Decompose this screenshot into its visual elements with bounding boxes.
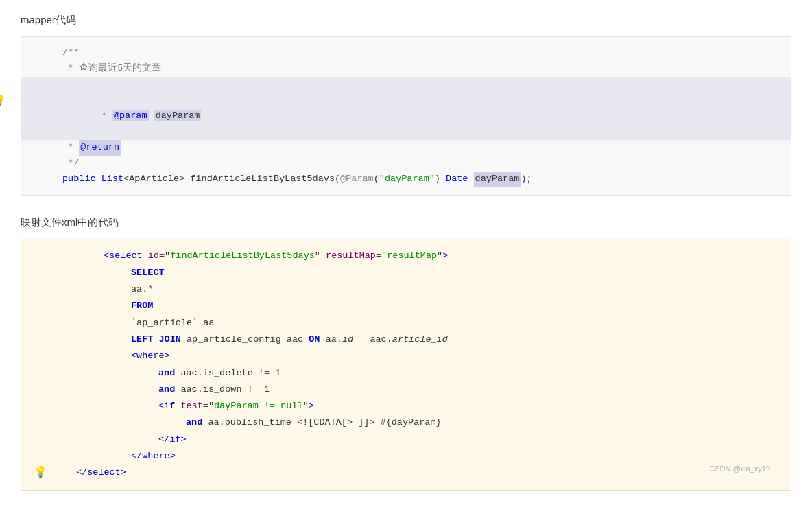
xml-if-close-bracket: > bbox=[309, 398, 314, 414]
sql-select: SELECT bbox=[131, 265, 165, 281]
sql-left: LEFT JOIN bbox=[131, 331, 181, 348]
code-line-param: 💡 * @param dayParam bbox=[21, 77, 791, 140]
code-line: * @return bbox=[62, 140, 777, 156]
code-line: /** bbox=[62, 45, 777, 61]
xml-if-open: <if bbox=[158, 398, 180, 414]
xml-line-cond1: and aac.is_delete != 1 bbox=[62, 365, 777, 381]
sql-article-id: article_id bbox=[392, 331, 448, 348]
xml-where-open: <where> bbox=[131, 348, 170, 364]
xml-select-close: </select> bbox=[76, 465, 126, 481]
xml-close-bracket: > bbox=[442, 248, 448, 264]
xml-title: 映射文件xml中的代码 bbox=[21, 216, 791, 229]
param-name2: dayParam bbox=[474, 172, 521, 187]
xml-line-where-open: <where> bbox=[62, 348, 777, 364]
sql-and2: and bbox=[158, 381, 175, 398]
xml-line-aacol: aa.* bbox=[62, 281, 777, 298]
xml-line-table: `ap_article` aa bbox=[62, 315, 777, 331]
xml-line-select-open: <select id="findArticleListByLast5days" … bbox=[62, 248, 777, 264]
xml-if-close: </if> bbox=[158, 432, 187, 448]
mapper-title: mapper代码 bbox=[21, 14, 791, 27]
type-date: Date bbox=[446, 172, 468, 187]
param-name: dayParam bbox=[154, 110, 202, 121]
comment-close: */ bbox=[62, 156, 79, 172]
bulb-icon: 💡 bbox=[0, 93, 6, 111]
sql-and3: and bbox=[186, 414, 202, 431]
xml-line-where-close: </where> bbox=[62, 448, 777, 465]
mapper-code-block: /** * 查询最近5天的文章 💡 * @param dayParam * @r… bbox=[21, 36, 791, 196]
xml-line-cond2: and aac.is_down != 1 bbox=[62, 381, 777, 398]
comment-open: /** bbox=[62, 45, 79, 61]
xml-select-tag: <select bbox=[104, 248, 148, 264]
string-dayparam: "dayParam" bbox=[379, 172, 435, 187]
sql-from: FROM bbox=[131, 298, 153, 314]
xml-line-select: SELECT bbox=[62, 265, 777, 281]
mapper-section: mapper代码 /** * 查询最近5天的文章 💡 * @param dayP… bbox=[21, 14, 791, 196]
sql-on: ON bbox=[309, 331, 320, 348]
xml-line-select-close: 💡 </select> CSDN @xin_xy19 bbox=[62, 465, 777, 481]
sql-aa-star: aa.* bbox=[131, 281, 153, 298]
xml-section: 映射文件xml中的代码 <select id="findArticleListB… bbox=[21, 216, 791, 490]
xml-code-block: <select id="findArticleListByLast5days" … bbox=[21, 239, 791, 490]
xml-id-attr: id bbox=[148, 248, 159, 264]
xml-test-attr: test bbox=[180, 398, 202, 414]
xml-test-val: dayParam != null bbox=[214, 398, 303, 414]
xml-line-if-open: <if test="dayParam != null"> bbox=[62, 398, 777, 414]
xml-line-from: FROM bbox=[62, 298, 777, 314]
type-list: List bbox=[102, 172, 123, 187]
code-line: * 查询最近5天的文章 bbox=[62, 61, 777, 77]
xml-line-if-close: </if> bbox=[62, 432, 777, 448]
comment-star2: * bbox=[62, 140, 79, 156]
xml-resultmap-val: resultMap bbox=[387, 248, 437, 264]
xml-line-cond3: and aa.publish_time <![CDATA[>=]]> #{day… bbox=[62, 414, 777, 431]
xml-where-close: </where> bbox=[131, 448, 176, 465]
sql-id: id bbox=[342, 331, 353, 348]
comment-query: * 查询最近5天的文章 bbox=[62, 61, 161, 77]
bulb-icon2: 💡 bbox=[34, 463, 47, 483]
kw-public: public bbox=[62, 172, 96, 187]
param-tag: @param bbox=[112, 110, 149, 121]
return-tag: @return bbox=[79, 140, 121, 156]
space bbox=[149, 110, 154, 121]
xml-id-val: findArticleListByLast5days bbox=[170, 248, 315, 264]
csdn-watermark: CSDN @xin_xy19 bbox=[709, 462, 770, 476]
code-line-method: public List<ApArticle> findArticleListBy… bbox=[62, 172, 777, 187]
sql-table: `ap_article` aa bbox=[131, 315, 215, 331]
sql-and1: and bbox=[158, 365, 175, 381]
annotation-param: @Param bbox=[340, 172, 374, 187]
xml-line-join: LEFT JOIN ap_article_config aac ON aa.id… bbox=[62, 331, 777, 348]
comment-star: * bbox=[96, 110, 112, 121]
xml-resultmap-attr: resultMap bbox=[326, 248, 376, 264]
code-line: */ bbox=[62, 156, 777, 172]
